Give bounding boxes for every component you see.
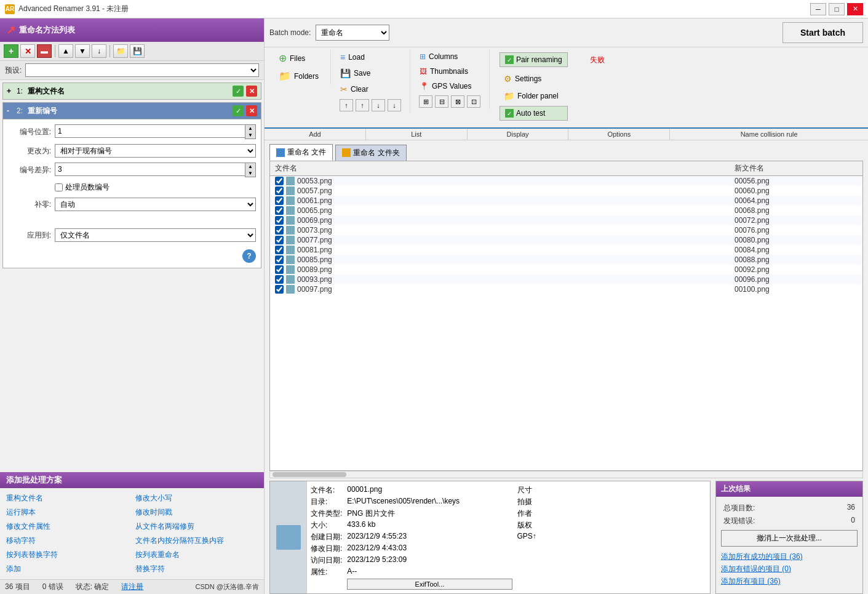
register-link[interactable]: 请注册 bbox=[121, 582, 143, 592]
method-1-enable-button[interactable]: ✓ bbox=[233, 86, 244, 97]
batch-method-2[interactable]: 运行脚本 bbox=[6, 506, 129, 519]
preset-select[interactable] bbox=[25, 63, 259, 77]
batch-method-1[interactable]: 修改大小写 bbox=[135, 492, 258, 505]
capture-label: 拍摄 bbox=[517, 497, 536, 507]
pad-checkbox[interactable] bbox=[55, 183, 63, 191]
file-type-icon bbox=[286, 177, 295, 185]
file-tab-files[interactable]: 重命名 文件 bbox=[269, 144, 333, 161]
file-row: 00085.png 00088.png bbox=[270, 255, 862, 265]
file-row: 00061.png 00064.png bbox=[270, 196, 862, 206]
nav-label-add: Add bbox=[265, 129, 366, 140]
move-up-button[interactable]: ▲ bbox=[58, 44, 73, 58]
number-position-spin-down[interactable]: ▼ bbox=[245, 132, 255, 138]
batch-method-3[interactable]: 修改时间戳 bbox=[135, 506, 258, 519]
save-button[interactable]: 💾 bbox=[130, 44, 145, 58]
apply-to-select[interactable]: 仅文件名 bbox=[55, 228, 256, 242]
file-row-check[interactable] bbox=[275, 206, 284, 215]
batch-method-10[interactable]: 添加 bbox=[6, 563, 129, 576]
undo-button[interactable]: 撤消上一次批处理... bbox=[721, 530, 858, 547]
filename-label: 文件名: bbox=[311, 485, 342, 496]
number-diff-spin-up[interactable]: ▲ bbox=[245, 163, 255, 170]
batch-method-11[interactable]: 替换字符 bbox=[135, 563, 258, 576]
method-2-enable-button[interactable]: ✓ bbox=[233, 105, 244, 116]
clear-button[interactable]: ✂ Clear bbox=[336, 82, 405, 97]
start-batch-button[interactable]: Start batch bbox=[782, 22, 863, 43]
display-sub-icons: ⊞ ⊟ ⊠ ⊡ bbox=[415, 94, 484, 109]
pair-renaming-button[interactable]: ✓ Pair renaming bbox=[500, 52, 568, 67]
batch-method-7[interactable]: 文件名内按分隔符互换内容 bbox=[135, 534, 258, 547]
file-row-check[interactable] bbox=[275, 177, 284, 185]
batch-mode-select[interactable]: 重命名 bbox=[316, 25, 389, 41]
batch-mode-label: Batch mode: bbox=[269, 28, 311, 37]
display-sub-icon-4[interactable]: ⊡ bbox=[467, 95, 480, 108]
columns-button[interactable]: ⊞ Columns bbox=[415, 50, 484, 63]
change-to-select[interactable]: 相对于现有编号 bbox=[55, 144, 256, 158]
file-row-check[interactable] bbox=[275, 216, 284, 225]
exiftool-button[interactable]: ExifTool... bbox=[347, 579, 512, 590]
gps-icon: 📍 bbox=[420, 82, 429, 90]
save-list-button[interactable]: 💾 Save bbox=[336, 66, 405, 81]
maximize-button[interactable]: □ bbox=[829, 3, 845, 15]
load-button[interactable]: ≡ Load bbox=[336, 50, 405, 65]
number-diff-spin-down[interactable]: ▼ bbox=[245, 170, 255, 177]
list-sub-icon-1[interactable]: ↑ bbox=[340, 99, 353, 111]
file-row-check[interactable] bbox=[275, 275, 284, 284]
number-position-input[interactable] bbox=[55, 124, 245, 138]
file-row-check[interactable] bbox=[275, 255, 284, 264]
settings-button[interactable]: ⚙ Settings bbox=[500, 71, 568, 86]
pad-zero-select[interactable]: 自动 bbox=[55, 198, 256, 211]
file-tab-folders-label: 重命名 文件夹 bbox=[353, 148, 399, 158]
close-button[interactable]: ✕ bbox=[847, 3, 863, 15]
minimize-button[interactable]: ─ bbox=[810, 3, 826, 15]
file-row-check[interactable] bbox=[275, 187, 284, 195]
display-sub-icon-3[interactable]: ⊠ bbox=[451, 95, 464, 108]
file-row-check[interactable] bbox=[275, 226, 284, 235]
add-success-link[interactable]: 添加所有成功的项目 (36) bbox=[721, 552, 858, 562]
list-sub-icon-4[interactable]: ↓ bbox=[388, 99, 401, 111]
file-row-check[interactable] bbox=[275, 246, 284, 254]
add-method-button[interactable]: + bbox=[4, 44, 18, 58]
method-1-close-button[interactable]: ✕ bbox=[246, 86, 257, 97]
size-right-value bbox=[541, 485, 706, 496]
number-diff-input[interactable] bbox=[55, 163, 245, 176]
batch-method-4[interactable]: 修改文件属性 bbox=[6, 520, 129, 533]
folder-panel-button[interactable]: 📁 Folder panel bbox=[500, 89, 568, 103]
folder-button[interactable]: 📁 bbox=[113, 44, 128, 58]
file-row-check[interactable] bbox=[275, 285, 284, 294]
file-row-check[interactable] bbox=[275, 196, 284, 205]
pair-renaming-check-icon: ✓ bbox=[505, 55, 514, 64]
batch-method-9[interactable]: 按列表重命名 bbox=[135, 548, 258, 561]
number-position-spin-up[interactable]: ▲ bbox=[245, 125, 255, 132]
gps-button[interactable]: 📍 GPS Values bbox=[415, 79, 484, 93]
list-sub-icon-3[interactable]: ↓ bbox=[372, 99, 385, 111]
file-tab-folders[interactable]: 重命名 文件夹 bbox=[335, 145, 406, 161]
batch-method-6[interactable]: 移动字符 bbox=[6, 534, 129, 547]
folders-button[interactable]: 📁 Folders bbox=[274, 68, 325, 84]
auto-test-button[interactable]: ✓ Auto test bbox=[500, 106, 568, 121]
add-errors-link[interactable]: 添加有错误的项目 (0) bbox=[721, 564, 858, 574]
batch-method-8[interactable]: 按列表替换字符 bbox=[6, 548, 129, 561]
list-sub-icon-2[interactable]: ↑ bbox=[356, 99, 369, 111]
file-row-name: 00097.png bbox=[297, 285, 732, 294]
batch-method-0[interactable]: 重构文件名 bbox=[6, 492, 129, 505]
batch-method-5[interactable]: 从文件名两端修剪 bbox=[135, 520, 258, 533]
delete-red-button[interactable]: ▬ bbox=[37, 44, 52, 58]
file-row-newname: 00084.png bbox=[735, 246, 858, 254]
file-row-check[interactable] bbox=[275, 265, 284, 274]
add-all-link[interactable]: 添加所有项目 (36) bbox=[721, 576, 858, 587]
export-button[interactable]: ↓ bbox=[92, 44, 106, 58]
help-button[interactable]: ? bbox=[242, 249, 256, 263]
display-sub-icon-2[interactable]: ⊟ bbox=[435, 95, 448, 108]
h-scrollbar[interactable] bbox=[269, 471, 863, 478]
method-2-close-button[interactable]: ✕ bbox=[246, 105, 257, 116]
total-value: 36 bbox=[847, 503, 855, 513]
file-row-check[interactable] bbox=[275, 236, 284, 244]
file-row: 00069.png 00072.png bbox=[270, 215, 862, 225]
method-2-header[interactable]: - 2: 重新编号 ✓ ✕ bbox=[3, 103, 261, 119]
display-sub-icon-1[interactable]: ⊞ bbox=[419, 95, 432, 108]
files-button[interactable]: ⊕ Files bbox=[274, 50, 325, 66]
thumbnails-button[interactable]: 🖼 Thumbnails bbox=[415, 65, 484, 78]
method-1-header[interactable]: + 1: 重构文件名 ✓ ✕ bbox=[3, 83, 261, 99]
move-down-button[interactable]: ▼ bbox=[75, 44, 90, 58]
delete-x-button[interactable]: ✕ bbox=[20, 44, 35, 58]
